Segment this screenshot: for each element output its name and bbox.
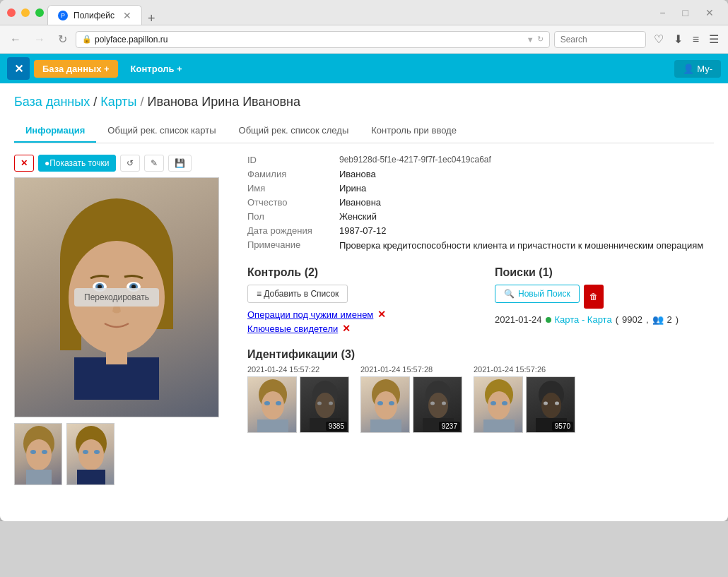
maximize-window-btn[interactable]	[35, 8, 44, 17]
maximize-btn[interactable]: □	[679, 4, 693, 21]
right-panel: ID 9eb9128d-5f1e-4217-9f7f-1ec0419ca6af …	[247, 155, 714, 485]
main-photo: Перекодировать	[14, 177, 219, 417]
reload-icon: ↻	[537, 35, 544, 44]
dob-value: 1987-07-12	[339, 225, 714, 236]
breadcrumb-cards[interactable]: Карты	[100, 95, 136, 109]
gender-value: Женский	[339, 211, 714, 222]
ident-photos-2: 9237	[360, 376, 462, 433]
last-name-value: Иванова	[339, 169, 714, 179]
dob-label: Дата рождения	[247, 225, 339, 236]
thumb-1[interactable]	[14, 423, 62, 485]
ident-thumb-2b[interactable]: 9237	[413, 376, 462, 433]
add-to-list-btn[interactable]: ≡ Добавить в Список	[247, 285, 348, 303]
tabs-bar: Информация Общий рек. список карты Общий…	[14, 119, 714, 143]
address-bar: ← → ↻ 🔒 polyface.papillon.ru ▼ ↻ ♡ ⬇ ≡ ☰	[0, 25, 728, 54]
recode-btn[interactable]: Перекодировать	[74, 288, 159, 307]
control-item-1: Операции под чужим именем ✕	[247, 309, 466, 320]
svg-point-33	[375, 391, 397, 420]
close-photo-btn[interactable]: ✕	[14, 155, 34, 172]
ident-photos-1: 9385	[247, 376, 349, 433]
close-window-btn[interactable]	[7, 8, 16, 17]
tab-rec-tracks[interactable]: Общий рек. список следы	[228, 119, 360, 143]
minimize-btn[interactable]: −	[655, 4, 669, 21]
ident-title: Идентификации (3)	[247, 348, 714, 361]
svg-point-34	[377, 401, 383, 405]
back-btn[interactable]: ←	[6, 30, 25, 49]
svg-point-14	[30, 450, 36, 454]
remove-control-2[interactable]: ✕	[342, 323, 351, 334]
url-text: polyface.papillon.ru	[95, 35, 168, 44]
main-layout: ✕ ●Показать точки ↺ ✎ 💾	[14, 155, 714, 485]
svg-rect-21	[77, 470, 105, 485]
active-tab[interactable]: P Полифейс ✕	[47, 5, 142, 25]
control-btn[interactable]: Контроль +	[122, 60, 191, 78]
first-name-value: Ирина	[339, 183, 714, 194]
ident-photos-3: 9570	[474, 376, 575, 433]
user-label: Му-	[697, 64, 712, 74]
address-field[interactable]: 🔒 polyface.papillon.ru ▼ ↻	[76, 31, 550, 48]
ident-thumb-2a[interactable]	[360, 376, 410, 433]
control-btn-label: Контроль +	[131, 64, 182, 74]
svg-point-29	[317, 402, 322, 405]
bookmark-btn[interactable]: ♡	[650, 30, 667, 49]
user-menu-btn[interactable]: 👤 Му-	[674, 60, 721, 78]
edit-btn[interactable]: ✎	[144, 155, 164, 172]
ident-thumb-3a[interactable]	[474, 376, 523, 433]
thumb-2[interactable]	[66, 423, 115, 485]
svg-point-49	[544, 402, 548, 405]
middle-name-label: Отчество	[247, 197, 339, 208]
svg-point-35	[389, 401, 394, 405]
close-btn[interactable]: ✕	[701, 4, 718, 21]
new-tab-button[interactable]: +	[142, 12, 161, 25]
app-header: ✕ База данных + Контроль + 👤 Му-	[0, 54, 728, 83]
ident-pair-2	[360, 376, 410, 433]
show-points-btn[interactable]: ●Показать точки	[38, 155, 116, 172]
svg-rect-11	[106, 343, 127, 364]
control-title: Контроль (2)	[247, 266, 466, 279]
download-btn[interactable]: ⬇	[670, 30, 686, 49]
save-btn[interactable]: 💾	[168, 155, 192, 172]
database-btn[interactable]: База данных +	[34, 60, 118, 78]
tab-close-btn[interactable]: ✕	[123, 11, 131, 20]
tab-info[interactable]: Информация	[14, 119, 96, 143]
ident-badge-1: 9385	[326, 422, 347, 431]
identifications-section: Идентификации (3) 2021-01-24 15:57:22	[247, 348, 714, 433]
remove-control-1[interactable]: ✕	[377, 309, 386, 320]
middle-name-value: Ивановна	[339, 197, 714, 208]
ident-row: 2021-01-24 15:57:22	[247, 365, 714, 433]
forward-btn[interactable]: →	[30, 30, 49, 49]
ident-thumb-1a[interactable]	[247, 376, 297, 433]
user-icon: 👤	[683, 64, 694, 74]
ident-thumb-1b[interactable]: 9385	[300, 376, 349, 433]
svg-point-28	[315, 393, 335, 418]
search-input[interactable]	[554, 31, 646, 48]
ident-badge-2: 9237	[439, 422, 460, 431]
svg-point-15	[42, 450, 47, 454]
new-search-btn[interactable]: 🔍 Новый Поиск	[495, 285, 580, 303]
delete-search-btn[interactable]: 🗑	[584, 285, 604, 309]
svg-point-40	[442, 402, 446, 405]
layers-btn[interactable]: ≡	[689, 30, 703, 49]
refresh-btn[interactable]: ↻	[54, 30, 71, 49]
result-type-link[interactable]: Карта - Карта	[555, 314, 612, 325]
searches-title: Поиски (1)	[495, 266, 714, 279]
control-link-2[interactable]: Ключевые свидетели	[247, 323, 338, 334]
ident-ts-2: 2021-01-24 15:57:28	[360, 365, 462, 374]
left-panel: ✕ ●Показать точки ↺ ✎ 💾	[14, 155, 233, 485]
title-bar: P Полифейс ✕ + − □ ✕	[0, 0, 728, 25]
thumb-row	[14, 423, 233, 485]
control-link-1[interactable]: Операции под чужим именем	[247, 309, 373, 320]
breadcrumb-db[interactable]: База данных	[14, 95, 90, 109]
breadcrumb-person: Иванова Ирина Ивановна	[148, 95, 300, 109]
tab-control-entry[interactable]: Контроль при вводе	[360, 119, 468, 143]
ident-thumb-3b[interactable]: 9570	[526, 376, 575, 433]
history-btn[interactable]: ↺	[120, 155, 140, 172]
svg-point-48	[541, 393, 561, 418]
note-value: Проверка кредитоспособности клиента и пр…	[339, 239, 714, 252]
control-item-2: Ключевые свидетели ✕	[247, 323, 466, 334]
gender-label: Пол	[247, 211, 339, 222]
tab-rec-cards[interactable]: Общий рек. список карты	[96, 119, 227, 143]
menu-btn[interactable]: ☰	[705, 30, 722, 49]
svg-point-39	[430, 402, 435, 405]
minimize-window-btn[interactable]	[21, 8, 30, 17]
